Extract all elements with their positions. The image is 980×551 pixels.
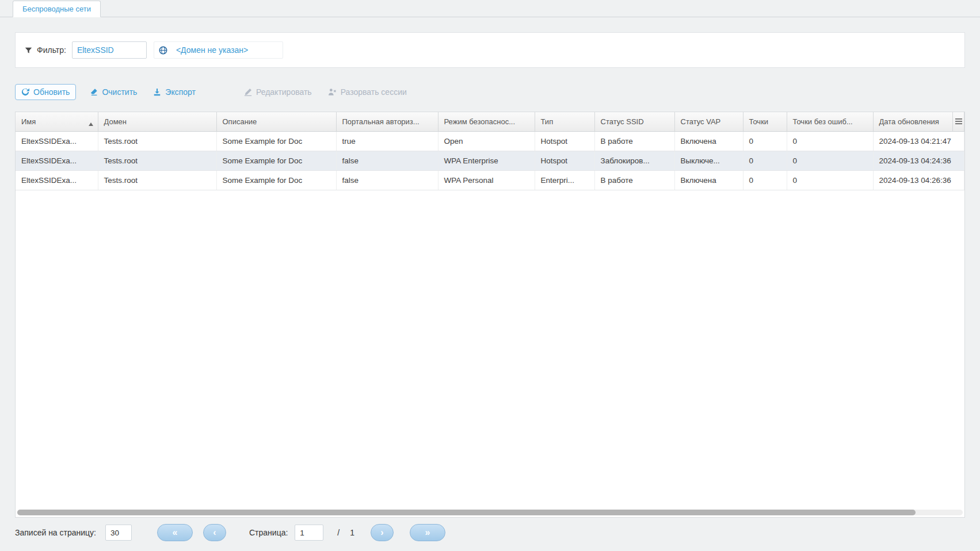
table-cell[interactable]: Выключе...	[674, 151, 743, 170]
last-page-button[interactable]: »	[410, 524, 445, 541]
column-header-ssid-status[interactable]: Статус SSID	[594, 112, 674, 131]
prev-page-button[interactable]: ‹	[203, 524, 226, 541]
table-cell[interactable]: 0	[787, 170, 873, 190]
table-cell[interactable]: 2024-09-13 04:24:36	[873, 151, 964, 170]
terminate-sessions-button[interactable]: Разорвать сессии	[326, 84, 409, 100]
filter-label: Фильтр:	[37, 45, 66, 55]
table-container: Имя Домен Описание Портальная авториз...…	[15, 112, 965, 518]
toolbar: Обновить Очистить Экспорт Редактировать	[15, 84, 965, 100]
table-cell[interactable]: true	[336, 131, 438, 151]
table-cell[interactable]: Tests.root	[98, 170, 216, 190]
table-cell[interactable]: 0	[743, 131, 787, 151]
column-header-name[interactable]: Имя	[16, 112, 98, 131]
table-row[interactable]: EltexSSIDExa... Tests.root Some Example …	[16, 131, 964, 151]
export-button[interactable]: Экспорт	[151, 84, 198, 100]
table-cell[interactable]: Open	[438, 131, 535, 151]
tab-bar: Беспроводные сети	[0, 0, 980, 17]
table-cell[interactable]: Включена	[674, 131, 743, 151]
page-label: Страница:	[249, 528, 288, 537]
page-separator: /	[337, 528, 340, 537]
table-cell[interactable]: 2024-09-13 04:21:47	[873, 131, 964, 151]
table-header-row: Имя Домен Описание Портальная авториз...…	[16, 112, 964, 131]
domain-filter-value: <Домен не указан>	[176, 45, 248, 55]
table-row[interactable]: EltexSSIDExa... Tests.root Some Example …	[16, 170, 964, 190]
edit-pencil-icon	[244, 88, 252, 96]
column-header-domain[interactable]: Домен	[98, 112, 216, 131]
ssid-filter-input[interactable]	[72, 41, 147, 59]
table-cell[interactable]: WPA Enterprise	[438, 151, 535, 170]
table-cell[interactable]: 2024-09-13 04:26:36	[873, 170, 964, 190]
table-cell[interactable]: EltexSSIDExa...	[16, 131, 98, 151]
per-page-input[interactable]	[105, 525, 132, 541]
page-input[interactable]	[295, 525, 323, 541]
column-header-type[interactable]: Тип	[535, 112, 594, 131]
sort-asc-icon	[89, 119, 93, 128]
table-cell[interactable]: Tests.root	[98, 131, 216, 151]
globe-icon	[159, 46, 167, 55]
table-cell[interactable]: Some Example for Doc	[216, 151, 336, 170]
table-cell[interactable]: EltexSSIDExa...	[16, 170, 98, 190]
column-menu-button[interactable]	[953, 112, 964, 131]
terminate-sessions-label: Разорвать сессии	[341, 87, 407, 97]
column-header-points-no-errors[interactable]: Точки без ошиб...	[787, 112, 873, 131]
user-x-icon	[328, 88, 337, 96]
table-cell[interactable]: 0	[787, 151, 873, 170]
column-header-portal-auth[interactable]: Портальная авториз...	[336, 112, 438, 131]
refresh-button-label: Обновить	[33, 87, 70, 97]
next-page-button[interactable]: ›	[371, 524, 394, 541]
column-header-vap-status[interactable]: Статус VAP	[674, 112, 743, 131]
per-page-label: Записей на страницу:	[15, 528, 96, 537]
first-page-button[interactable]: «	[157, 524, 193, 541]
table-cell[interactable]: Enterpri...	[535, 170, 594, 190]
filter-panel: Фильтр: <Домен не указан>	[15, 32, 965, 68]
table-cell[interactable]: Включена	[674, 170, 743, 190]
table-cell[interactable]: 0	[787, 131, 873, 151]
column-header-label: Имя	[21, 117, 36, 126]
total-pages: 1	[350, 528, 354, 537]
horizontal-scrollbar[interactable]	[17, 510, 963, 515]
pagination-bar: Записей на страницу: « ‹ Страница: / 1 ›…	[15, 518, 965, 548]
filter-funnel-icon	[25, 47, 32, 54]
clear-button-label: Очистить	[102, 87, 137, 97]
table-cell[interactable]: WPA Personal	[438, 170, 535, 190]
domain-filter-field[interactable]: <Домен не указан>	[154, 41, 283, 59]
table-cell[interactable]: false	[336, 151, 438, 170]
column-header-description[interactable]: Описание	[216, 112, 336, 131]
download-icon	[153, 88, 161, 96]
refresh-button[interactable]: Обновить	[15, 84, 76, 100]
edit-button[interactable]: Редактировать	[242, 84, 314, 100]
tab-wireless-networks[interactable]: Беспроводные сети	[13, 1, 101, 17]
column-header-update-date[interactable]: Дата обновления	[873, 112, 953, 131]
eraser-icon	[90, 88, 98, 96]
table-cell[interactable]: false	[336, 170, 438, 190]
table-cell[interactable]: 0	[743, 151, 787, 170]
table-cell[interactable]: Hotspot	[535, 131, 594, 151]
export-button-label: Экспорт	[165, 87, 196, 97]
column-header-points[interactable]: Точки	[743, 112, 787, 131]
main-content: Фильтр: <Домен не указан> Обновить	[0, 17, 980, 551]
table-cell[interactable]: Some Example for Doc	[216, 131, 336, 151]
table-cell[interactable]: Заблокиров...	[594, 151, 674, 170]
table-row[interactable]: EltexSSIDExa... Tests.root Some Example …	[16, 151, 964, 170]
table-cell[interactable]: Some Example for Doc	[216, 170, 336, 190]
tab-label: Беспроводные сети	[22, 5, 91, 13]
table-cell[interactable]: 0	[743, 170, 787, 190]
table-cell[interactable]: Hotspot	[535, 151, 594, 170]
refresh-icon	[21, 88, 29, 96]
wireless-networks-table: Имя Домен Описание Портальная авториз...…	[16, 112, 964, 190]
table-cell[interactable]: EltexSSIDExa...	[16, 151, 98, 170]
table-cell[interactable]: В работе	[594, 131, 674, 151]
edit-button-label: Редактировать	[256, 87, 312, 97]
horizontal-scrollbar-thumb[interactable]	[17, 510, 916, 515]
table-body: EltexSSIDExa... Tests.root Some Example …	[16, 131, 964, 190]
column-header-security-mode[interactable]: Режим безопаснос...	[438, 112, 535, 131]
table-cell[interactable]: Tests.root	[98, 151, 216, 170]
clear-button[interactable]: Очистить	[87, 84, 139, 100]
table-cell[interactable]: В работе	[594, 170, 674, 190]
